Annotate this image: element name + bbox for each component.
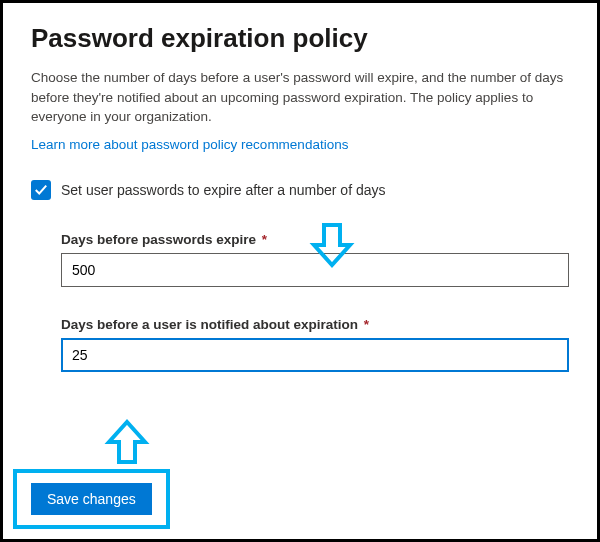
expire-days-label: Days before passwords expire * xyxy=(61,232,569,247)
expire-enable-label: Set user passwords to expire after a num… xyxy=(61,182,386,198)
expire-enable-row: Set user passwords to expire after a num… xyxy=(31,180,569,200)
checkmark-icon xyxy=(34,183,48,197)
save-highlight-box: Save changes xyxy=(13,469,170,529)
page-description: Choose the number of days before a user'… xyxy=(31,68,569,127)
required-indicator: * xyxy=(364,317,369,332)
learn-more-link[interactable]: Learn more about password policy recomme… xyxy=(31,137,348,152)
save-button[interactable]: Save changes xyxy=(31,483,152,515)
expire-enable-checkbox[interactable] xyxy=(31,180,51,200)
expire-days-input[interactable] xyxy=(61,253,569,287)
notify-days-field: Days before a user is notified about exp… xyxy=(61,317,569,372)
arrow-up-icon xyxy=(103,418,151,466)
notify-days-label-text: Days before a user is notified about exp… xyxy=(61,317,358,332)
expire-days-field: Days before passwords expire * xyxy=(61,232,569,287)
required-indicator: * xyxy=(262,232,267,247)
notify-days-input[interactable] xyxy=(61,338,569,372)
notify-days-label: Days before a user is notified about exp… xyxy=(61,317,569,332)
page-title: Password expiration policy xyxy=(31,23,569,54)
expire-days-label-text: Days before passwords expire xyxy=(61,232,256,247)
